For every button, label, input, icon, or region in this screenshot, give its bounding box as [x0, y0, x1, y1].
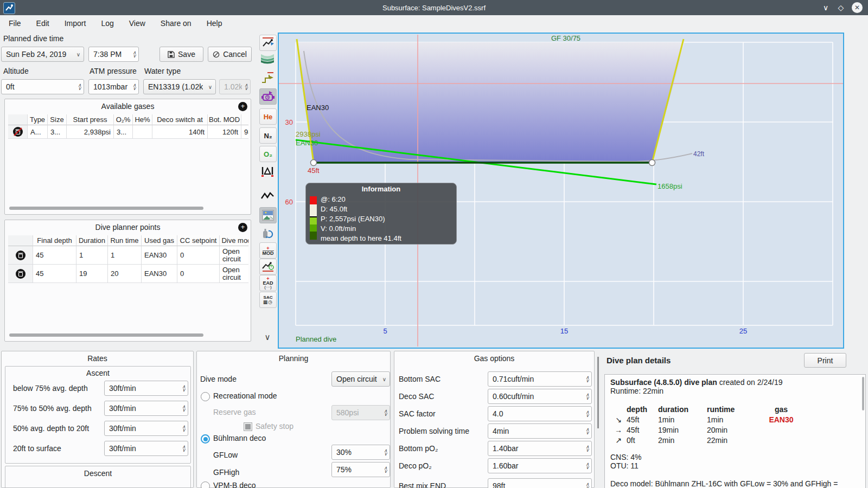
- plan-runtime-cell: 20min: [707, 425, 757, 435]
- toolbar-n2-toggle[interactable]: N₂: [259, 127, 277, 144]
- pp-run-time-cell[interactable]: 20: [108, 265, 142, 283]
- toolbar-gas-change-icon[interactable]: [259, 226, 276, 241]
- ascent-rate3-spinner[interactable]: 30ft/min∧∨: [104, 421, 188, 436]
- pp-dive-mode-cell[interactable]: Open circuit: [220, 265, 248, 283]
- sac-factor-spinner[interactable]: 4.0∧∨: [488, 406, 592, 421]
- toolbar-dive-profile-icon[interactable]: [259, 35, 277, 51]
- spinner-arrows-icon: ∧∨: [585, 376, 589, 382]
- atm-pressure-spinner[interactable]: 1013mbar ∧∨: [88, 79, 139, 94]
- gas-size-cell[interactable]: 3...: [48, 125, 67, 139]
- recreational-mode-radio[interactable]: [201, 392, 210, 401]
- print-button[interactable]: Print: [804, 353, 846, 368]
- pp-used-gas-cell[interactable]: EAN30: [142, 246, 177, 265]
- bottom-sac-spinner[interactable]: 0.71cuft/min∧∨: [488, 371, 592, 387]
- dive-date-combo[interactable]: Sun Feb 24, 2019 ∨: [1, 47, 84, 62]
- waypoint-handle[interactable]: [311, 160, 317, 166]
- gas-deco-switch-cell[interactable]: 140ft: [152, 125, 208, 139]
- pp-duration-cell[interactable]: 19: [76, 265, 108, 283]
- menu-view[interactable]: View: [129, 19, 145, 28]
- menu-file[interactable]: File: [9, 19, 21, 28]
- water-type-combo[interactable]: EN13319 (1.02k ∨: [143, 79, 216, 94]
- plan-row: ↗ 0ft 2min 22min: [610, 435, 860, 446]
- toolbar-ead-toggle[interactable]: +EAD(···): [259, 275, 277, 291]
- ascent-rate1-label: below 75% avg. depth: [13, 384, 88, 393]
- minimize-button[interactable]: ∨: [818, 0, 833, 15]
- bottom-po2-spinner[interactable]: 1.40bar∧∨: [488, 441, 592, 456]
- menu-bar: File Edit Import Log View Share on Help: [0, 15, 868, 31]
- gas-options-title: Gas options: [394, 351, 594, 366]
- bottom-sac-value: 0.71cuft/min: [493, 375, 534, 383]
- menu-log[interactable]: Log: [101, 19, 113, 28]
- spinner-arrows-icon: ∧∨: [585, 410, 589, 417]
- plan-gas: EAN30: [757, 415, 806, 425]
- altitude-spinner[interactable]: 0ft ∧∨: [1, 79, 84, 94]
- pp-dive-mode-cell[interactable]: Open circuit: [220, 246, 248, 265]
- toolbar-heart-rate-icon[interactable]: [259, 189, 276, 204]
- pp-final-depth-cell[interactable]: 45: [33, 246, 76, 265]
- remove-point-cell[interactable]: [8, 265, 33, 283]
- add-dive-point-button[interactable]: +: [238, 223, 247, 232]
- available-gases-title: Available gases +: [5, 99, 251, 114]
- plan-vscrollbar[interactable]: [862, 377, 864, 410]
- pp-duration-cell[interactable]: 1: [76, 246, 108, 265]
- menu-import[interactable]: Import: [65, 19, 86, 28]
- gas-o2-cell[interactable]: 3...: [114, 125, 133, 139]
- waypoint-handle[interactable]: [649, 160, 655, 166]
- dive-mode-combo[interactable]: Open circuit ∨: [331, 371, 390, 387]
- gas-start-press-cell[interactable]: 2,938psi: [67, 125, 114, 139]
- gases-hscrollbar[interactable]: [9, 207, 203, 210]
- plan-runtime-cell: 1min: [707, 415, 757, 425]
- toolbar-water-salinity-icon[interactable]: [259, 51, 276, 66]
- maximize-button[interactable]: ◇: [833, 0, 848, 15]
- dive-profile-chart[interactable]: GF 30/75 30 60 5 15 25 EAN30 2938psi EAN…: [278, 33, 844, 349]
- toolbar-tissue-pressure-icon[interactable]: [259, 164, 276, 179]
- toolbar-ceiling-icon[interactable]: [259, 70, 276, 86]
- remove-point-cell[interactable]: [8, 246, 33, 265]
- toolbar-sac-toggle[interactable]: SAC▦◷: [259, 292, 277, 308]
- menu-help[interactable]: Help: [207, 19, 222, 28]
- cancel-button[interactable]: Cancel: [208, 47, 252, 62]
- best-mix-end-spinner[interactable]: 98ft∧∨: [488, 478, 592, 488]
- spinner-arrows-icon: ∧∨: [132, 84, 136, 90]
- pp-run-time-cell[interactable]: 1: [108, 246, 142, 265]
- gas-he-cell[interactable]: [133, 125, 152, 139]
- toolbar-he-toggle[interactable]: He: [259, 108, 277, 125]
- atm-pressure-value: 1013mbar: [93, 82, 127, 91]
- gflow-spinner[interactable]: 30%∧∨: [331, 445, 390, 460]
- toolbar-ndl-icon[interactable]: [259, 259, 277, 275]
- close-button[interactable]: ✕: [850, 0, 865, 15]
- gas-bot-mod-cell[interactable]: 120ft: [208, 125, 241, 139]
- save-button[interactable]: Save: [159, 47, 203, 62]
- pp-used-gas-cell[interactable]: EAN30: [142, 265, 177, 283]
- dive-time-spinner[interactable]: 7:38 PM ∧∨: [88, 47, 139, 62]
- vpmb-deco-radio[interactable]: [201, 481, 210, 488]
- buhlmann-deco-radio[interactable]: [201, 434, 210, 444]
- toolbar-mod-toggle[interactable]: +MOD: [259, 242, 277, 259]
- add-gas-button[interactable]: +: [238, 102, 247, 111]
- toolbar-o2-toggle[interactable]: O₂: [259, 146, 277, 162]
- gas-mnd-cell[interactable]: 98f: [241, 125, 248, 139]
- chevron-down-icon: ∨: [265, 332, 271, 342]
- planner-points-hscrollbar[interactable]: [9, 333, 203, 337]
- gfhigh-spinner[interactable]: 75%∧∨: [331, 462, 390, 477]
- toolbar-deco-info-icon[interactable]: [259, 88, 277, 105]
- ascent-rate1-spinner[interactable]: 30ft/min∧∨: [104, 381, 188, 396]
- pp-cc-setpoint-cell[interactable]: 0: [177, 265, 220, 283]
- bottom-area-scrollbar[interactable]: [597, 357, 599, 428]
- deco-po2-spinner[interactable]: 1.60bar∧∨: [488, 458, 592, 473]
- ascent-rate4-spinner[interactable]: 30ft/min∧∨: [104, 441, 188, 456]
- toolbar-scroll-down-button[interactable]: ∨: [259, 330, 276, 345]
- pp-cc-setpoint-cell[interactable]: 0: [177, 246, 220, 265]
- menu-share-on[interactable]: Share on: [161, 19, 192, 28]
- gas-type-cell[interactable]: A...: [28, 125, 48, 139]
- deco-sac-spinner[interactable]: 0.60cuft/min∧∨: [488, 389, 592, 404]
- ascent-rate2-spinner[interactable]: 30ft/min∧∨: [104, 401, 188, 416]
- available-gases-panel: Available gases + Type Size Start press …: [4, 99, 251, 215]
- menu-edit[interactable]: Edit: [36, 19, 49, 28]
- toolbar-photos-icon[interactable]: [259, 207, 277, 223]
- safety-stop-checkbox[interactable]: [244, 422, 252, 431]
- problem-solving-time-spinner[interactable]: 4min∧∨: [488, 423, 592, 439]
- pp-final-depth-cell[interactable]: 45: [33, 265, 76, 283]
- chart-footer-label: Planned dive: [296, 335, 336, 343]
- remove-gas-cell[interactable]: [8, 125, 28, 139]
